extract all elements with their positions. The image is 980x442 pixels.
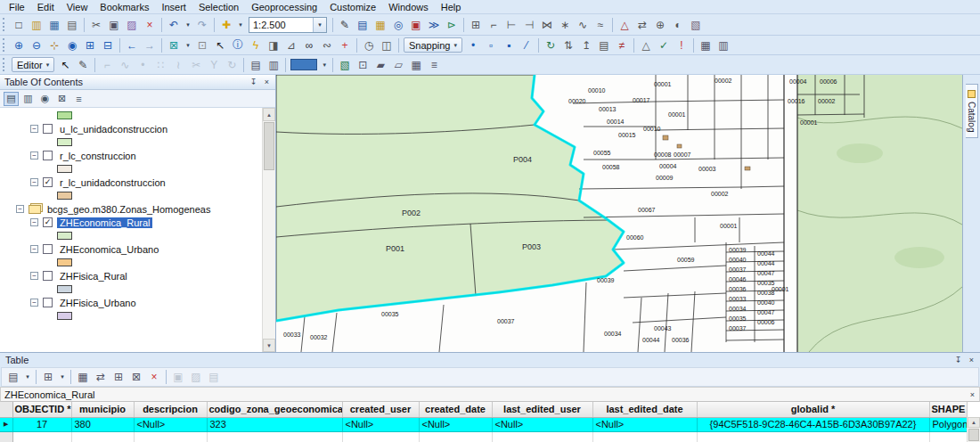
find-route-icon[interactable]: ∾: [319, 37, 335, 53]
toc-scroll-thumb[interactable]: [264, 122, 274, 170]
list-by-selection-icon[interactable]: ⊠: [54, 92, 69, 106]
column-header-shape[interactable]: SHAPE: [929, 402, 967, 417]
table-scrollbar[interactable]: ▲: [967, 417, 980, 442]
toc-item-zhfisica_rural[interactable]: −ZHFisica_Rural: [0, 269, 262, 282]
toc-swatch-row[interactable]: [0, 189, 262, 202]
delete-selected-icon[interactable]: ×: [146, 369, 162, 385]
table-scroll-up-icon[interactable]: ▲: [968, 417, 980, 428]
layer-label[interactable]: ZHFisica_Urbano: [57, 298, 139, 308]
feature-cache-clear-icon[interactable]: ▱: [390, 57, 406, 73]
fillet-tool-icon[interactable]: ⌐: [486, 17, 502, 33]
editor-menu[interactable]: Editor▾: [12, 57, 54, 72]
expand-collapse-icon[interactable]: −: [30, 299, 38, 307]
new-document-icon[interactable]: □: [11, 17, 27, 33]
error-inspector-icon[interactable]: !: [674, 37, 690, 53]
catalog-window-icon[interactable]: ▦: [372, 17, 388, 33]
point-snapping-icon[interactable]: •: [465, 37, 481, 53]
paste-rows-icon[interactable]: ▨: [188, 369, 204, 385]
snapping-menu[interactable]: Snapping▾: [404, 37, 462, 53]
layer-checkbox[interactable]: [43, 124, 53, 134]
toc-item-r_lc_construccion[interactable]: −r_lc_construccion: [0, 149, 262, 162]
print-icon[interactable]: ▤: [64, 17, 80, 33]
layer-symbol-swatch[interactable]: [57, 192, 72, 200]
layer-label[interactable]: u_lc_unidadconstruccion: [57, 124, 170, 135]
active-symbol-dropdown-icon[interactable]: ▾: [320, 57, 329, 73]
expand-collapse-icon[interactable]: −: [30, 245, 38, 253]
go-forward-extent-icon[interactable]: →: [142, 37, 158, 53]
table-row[interactable]: ▶17380<Null>323<Null><Null><Null><Null>{…: [0, 417, 967, 431]
add-data-icon[interactable]: ✚: [218, 17, 234, 33]
representation-icon[interactable]: ▧: [688, 17, 704, 33]
menu-windows[interactable]: Windows: [382, 1, 435, 13]
row-selector[interactable]: [0, 431, 12, 442]
column-header-codigo-zona-geoeconomica[interactable]: codigo_zona_geoeconomica: [207, 402, 342, 417]
menu-geoprocessing[interactable]: Geoprocessing: [245, 1, 323, 13]
toc-swatch-row[interactable]: [0, 256, 262, 269]
table-close-icon[interactable]: ×: [965, 354, 978, 366]
layer-label[interactable]: bcgs_geo.m380.Zonas_Homogeneas: [45, 204, 213, 215]
cell[interactable]: <Null>: [592, 417, 697, 431]
menu-edit[interactable]: Edit: [31, 1, 61, 13]
delete-icon[interactable]: ×: [142, 17, 158, 33]
map-scale[interactable]: 1:2.500▾: [249, 17, 327, 33]
straight-segment-tool-icon[interactable]: ✎: [75, 57, 91, 73]
end-snapping-icon[interactable]: ▫: [483, 37, 499, 53]
menu-customize[interactable]: Customize: [323, 1, 382, 13]
map-canvas[interactable]: [276, 75, 962, 352]
select-by-attributes-icon[interactable]: ▦: [75, 369, 91, 385]
list-by-visibility-icon[interactable]: ◉: [37, 92, 53, 106]
layer-symbol-swatch[interactable]: [57, 165, 72, 173]
edge-snapping-icon[interactable]: ⁄: [519, 37, 535, 53]
column-header-municipio[interactable]: municipio: [71, 402, 134, 417]
topology-toolbar-icon[interactable]: △: [617, 17, 633, 33]
search-window-icon[interactable]: ◎: [390, 17, 406, 33]
toc-swatch-row[interactable]: [0, 109, 262, 122]
find-icon[interactable]: ∞: [301, 37, 317, 53]
column-header-objectid-[interactable]: OBJECTID *: [12, 402, 71, 417]
column-header-last-edited-user[interactable]: last_edited_user: [492, 402, 592, 417]
clear-selection-icon[interactable]: ⊠: [128, 369, 144, 385]
layer-checkbox[interactable]: [43, 244, 53, 254]
georeferencing-icon[interactable]: ⊕: [652, 17, 668, 33]
reconcile-version-icon[interactable]: ⇅: [560, 37, 576, 53]
layer-properties-icon[interactable]: ≡: [426, 57, 442, 73]
select-elements-icon[interactable]: ↖: [212, 37, 228, 53]
copy-rows-icon[interactable]: ▣: [170, 369, 186, 385]
layer-symbol-swatch[interactable]: [57, 111, 72, 119]
layer-checkbox[interactable]: [43, 151, 53, 160]
cut-polygons-tool-icon[interactable]: ✂: [188, 57, 204, 73]
snapping-window-icon[interactable]: ⊡: [355, 57, 371, 73]
layer-label[interactable]: r_lc_unidadconstruccion: [57, 177, 168, 188]
plan-directory-icon[interactable]: ▥: [715, 37, 731, 53]
toolbar-grip[interactable]: [3, 38, 6, 52]
toc-scrollbar[interactable]: ▲ ▼: [262, 108, 275, 352]
rotate-tool-icon[interactable]: ↻: [224, 57, 240, 73]
viewer-window-icon[interactable]: ◫: [379, 37, 395, 53]
layer-symbol-swatch[interactable]: [57, 285, 72, 293]
python-window-icon[interactable]: ≫: [426, 17, 442, 33]
table-of-contents-window-icon[interactable]: ▤: [355, 17, 371, 33]
version-changes-icon[interactable]: ▤: [596, 37, 612, 53]
redo-icon[interactable]: ↷: [194, 17, 210, 33]
layer-symbol-swatch[interactable]: [57, 232, 72, 240]
toc-item-zheconomica_urbano[interactable]: −ZHEconomica_Urbano: [0, 242, 262, 256]
table-tab-close-icon[interactable]: ×: [966, 389, 979, 401]
select-features-icon[interactable]: ⊠: [166, 37, 182, 53]
explode-tool-icon[interactable]: ∗: [557, 17, 573, 33]
validate-topology-icon[interactable]: ✓: [656, 37, 672, 53]
column-header-created-date[interactable]: created_date: [419, 402, 492, 417]
cell[interactable]: <Null>: [342, 417, 419, 431]
column-header-descripcion[interactable]: descripcion: [134, 402, 207, 417]
pan-icon[interactable]: ⊹: [46, 37, 62, 53]
conflicts-icon[interactable]: ≠: [614, 37, 630, 53]
list-by-drawing-order-icon[interactable]: ▤: [4, 92, 19, 106]
modelbuilder-window-icon[interactable]: ⊳: [444, 17, 460, 33]
cell[interactable]: <Null>: [134, 417, 207, 431]
catalog-tab[interactable]: Catalog: [966, 84, 978, 138]
table-scroll-thumb[interactable]: [968, 429, 979, 441]
toc-close-icon[interactable]: ×: [260, 76, 274, 88]
expand-collapse-icon[interactable]: −: [30, 151, 38, 160]
switch-selection-icon[interactable]: ⇄: [93, 369, 109, 385]
paste-icon[interactable]: ▨: [124, 17, 140, 33]
print-table-icon[interactable]: ▤: [206, 369, 222, 385]
